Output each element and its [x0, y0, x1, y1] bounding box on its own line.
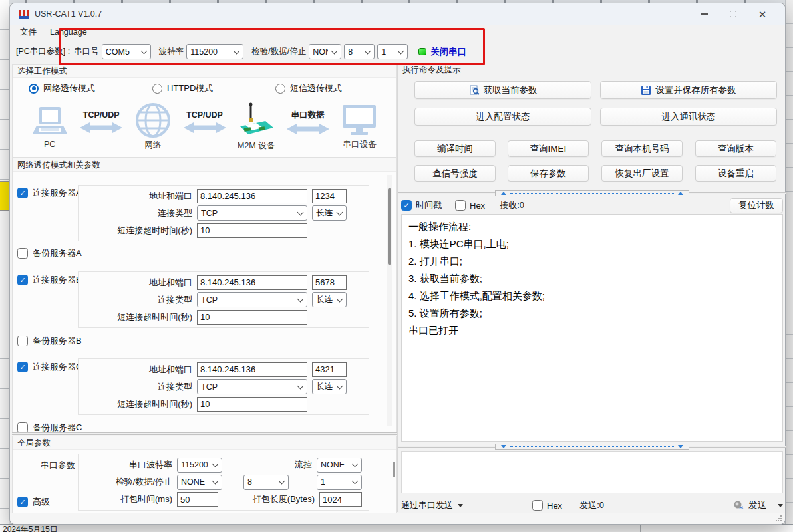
set-save-all-params-button[interactable]: 设置并保存所有参数 [600, 81, 777, 99]
server-b-timeout-input[interactable] [197, 310, 307, 325]
send-via-serial-dropdown[interactable]: 通过串口发送 [401, 499, 463, 511]
server-c-address-input[interactable] [197, 362, 307, 377]
compile-time-button[interactable]: 编译时间 [414, 140, 496, 157]
chevron-down-icon [212, 461, 219, 467]
global-databits-select[interactable]: 8 [243, 475, 289, 490]
panel-separator [397, 64, 398, 512]
checkbox-timestamp[interactable]: ✓ 时间戳 [401, 200, 442, 211]
radio-sms-transparent[interactable]: 短信透传模式 [275, 82, 342, 94]
parity-select[interactable]: NONE [309, 44, 341, 59]
log-splitter-bottom[interactable] [398, 444, 786, 450]
server-c-timeout-input[interactable] [197, 397, 307, 412]
checkbox-connect-server-c[interactable]: ✓ 连接服务器C [17, 361, 82, 373]
log-splitter-top[interactable] [398, 190, 786, 196]
server-c-type-select[interactable]: TCP [197, 379, 307, 394]
server-c-keepalive-select[interactable]: 长连接 [312, 379, 347, 394]
checkbox-backup-server-c[interactable]: 备份服务器C [17, 422, 82, 432]
pack-time-label: 打包时间(ms) [79, 493, 177, 505]
baud-select[interactable]: 115200 [186, 44, 243, 59]
checkbox-icon [455, 200, 466, 211]
server-c-port-input[interactable] [312, 362, 347, 377]
double-arrow-icon [80, 121, 122, 134]
receive-count: 接收:0 [500, 200, 524, 211]
command-panel: 执行命令及提示 获取当前参数 设置并保存所有参数 进入配 [398, 64, 786, 514]
menu-file[interactable]: 文件 [14, 25, 43, 39]
monitor-icon [341, 104, 377, 137]
close-port-button[interactable]: 关闭串口 [430, 46, 466, 58]
double-arrow-icon [184, 121, 226, 134]
com-port-select[interactable]: COM5 [102, 44, 151, 59]
server-a-port-input[interactable] [312, 189, 347, 203]
global-baud-label: 串口波特率 [79, 459, 177, 471]
receive-log[interactable]: 一般操作流程: 1. 模块连PC串口,上电; 2. 打开串口; 3. 获取当前参… [401, 214, 783, 442]
stopbits-select[interactable]: 1 [377, 44, 408, 59]
link-serial-data: 串口数据 [287, 110, 329, 136]
splitter-line [689, 192, 786, 194]
minimize-icon [701, 13, 708, 14]
chevron-down-icon [352, 478, 359, 485]
pack-time-input[interactable] [177, 492, 218, 507]
server-b-keepalive-select[interactable]: 长连接 [312, 292, 347, 307]
save-params-button[interactable]: 保存参数 [508, 165, 589, 182]
global-baud-select[interactable]: 115200 [177, 458, 222, 473]
short-timeout-label: 短连接超时时间(秒) [79, 311, 197, 323]
pack-length-label: 打包长度(Bytes) [253, 493, 319, 505]
checkbox-backup-server-a[interactable]: 备份服务器A [17, 247, 82, 259]
menu-language[interactable]: Language [44, 26, 93, 38]
link-tcp-udp-1: TCP/UDP [80, 110, 122, 134]
log-line: 串口已打开 [408, 322, 776, 339]
scrollbar-thumb[interactable] [388, 188, 391, 265]
checkbox-icon: ✓ [17, 188, 28, 198]
checkbox-connect-server-b[interactable]: ✓ 连接服务器B [17, 274, 82, 286]
checkbox-backup-server-b[interactable]: 备份服务器B [17, 335, 82, 347]
enter-comm-state-button[interactable]: 进入通讯状态 [600, 108, 777, 126]
port-open-led-icon [418, 48, 426, 55]
radio-icon [275, 84, 285, 94]
net-params-title: 网络透传模式相关参数 [13, 158, 397, 172]
server-b-port-input[interactable] [312, 275, 347, 290]
titlebar: USR-CAT1 V1.0.7 ✕ [10, 3, 785, 25]
minimize-button[interactable] [689, 4, 718, 24]
checkbox-advanced[interactable]: ✓ 高级 [17, 496, 50, 508]
checkbox-send-hex[interactable]: Hex [532, 500, 562, 511]
global-stopbits-select[interactable]: 1 [317, 475, 362, 490]
splitter-grip[interactable] [495, 444, 689, 450]
server-a-type-select[interactable]: TCP [197, 205, 307, 221]
checkbox-icon: ✓ [401, 200, 412, 211]
serial-params-label: 串口参数 [41, 460, 75, 471]
global-parity-select[interactable]: NONE [177, 475, 222, 490]
server-a-timeout-input[interactable] [197, 223, 307, 238]
databits-select[interactable]: 8 [344, 44, 375, 59]
device-restart-button[interactable]: 设备重启 [695, 165, 776, 182]
flow-control-select[interactable]: NONE [317, 458, 362, 473]
splitter-grip[interactable] [495, 190, 689, 196]
resize-grip[interactable] [776, 515, 782, 521]
close-button[interactable]: ✕ [748, 4, 777, 24]
checkbox-receive-hex[interactable]: Hex [455, 200, 485, 211]
query-signal-button[interactable]: 查信号强度 [414, 165, 496, 182]
connect-type-label: 连接类型 [79, 207, 197, 219]
net-params-scrollbar[interactable] [387, 175, 392, 426]
radio-net-transparent[interactable]: 网络透传模式 [29, 82, 95, 94]
server-a-address-input[interactable] [197, 189, 307, 203]
server-b-address-input[interactable] [197, 275, 307, 290]
factory-reset-button[interactable]: 恢复出厂设置 [601, 165, 683, 182]
get-params-button[interactable]: 获取当前参数 [414, 81, 591, 99]
laptop-icon [31, 106, 69, 138]
background-spreadsheet-right [785, 0, 793, 532]
query-imei-button[interactable]: 查询IMEI [508, 140, 589, 157]
reset-counter-button[interactable]: 复位计数 [730, 198, 783, 213]
send-button[interactable]: 发送 [733, 499, 783, 511]
checkbox-connect-server-a[interactable]: ✓ 连接服务器A [17, 187, 82, 199]
arrow-down-icon [678, 445, 683, 448]
radio-httpd[interactable]: HTTPD模式 [152, 82, 213, 94]
query-phone-number-button[interactable]: 查询本机号码 [601, 140, 683, 157]
server-b-type-select[interactable]: TCP [197, 292, 307, 307]
query-version-button[interactable]: 查询版本 [695, 140, 776, 157]
toolbar-separator [476, 43, 476, 61]
maximize-button[interactable] [718, 4, 748, 24]
enter-config-state-button[interactable]: 进入配置状态 [414, 108, 591, 126]
pack-length-input[interactable] [319, 492, 362, 507]
send-input-area[interactable] [401, 451, 783, 493]
server-a-keepalive-select[interactable]: 长连接 [312, 205, 347, 221]
